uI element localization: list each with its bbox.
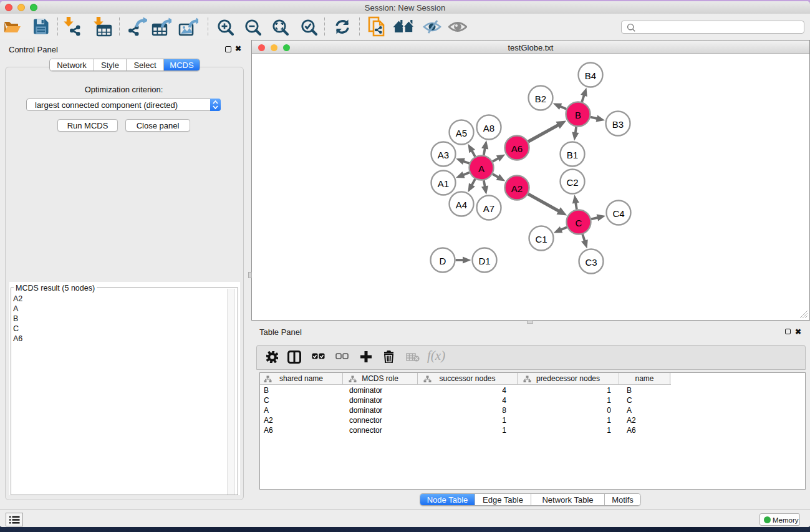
svg-text:B3: B3 xyxy=(612,119,624,130)
svg-text:A: A xyxy=(478,163,485,174)
svg-text:A8: A8 xyxy=(483,123,494,133)
svg-text:A4: A4 xyxy=(456,200,467,210)
svg-text:B: B xyxy=(575,110,581,120)
svg-text:A3: A3 xyxy=(438,150,449,160)
svg-text:C4: C4 xyxy=(612,208,624,219)
svg-text:B2: B2 xyxy=(535,94,546,104)
svg-text:C1: C1 xyxy=(535,234,547,244)
svg-text:A2: A2 xyxy=(511,183,523,194)
svg-text:A5: A5 xyxy=(456,128,467,138)
svg-text:D: D xyxy=(440,256,446,266)
svg-text:B4: B4 xyxy=(585,70,596,81)
svg-text:D1: D1 xyxy=(478,256,490,266)
svg-text:A7: A7 xyxy=(483,203,494,214)
svg-text:C3: C3 xyxy=(585,257,597,268)
svg-text:C: C xyxy=(576,218,582,228)
svg-text:B1: B1 xyxy=(567,150,578,160)
svg-text:A6: A6 xyxy=(511,143,523,154)
svg-text:A1: A1 xyxy=(438,178,449,189)
svg-text:C2: C2 xyxy=(566,177,578,188)
